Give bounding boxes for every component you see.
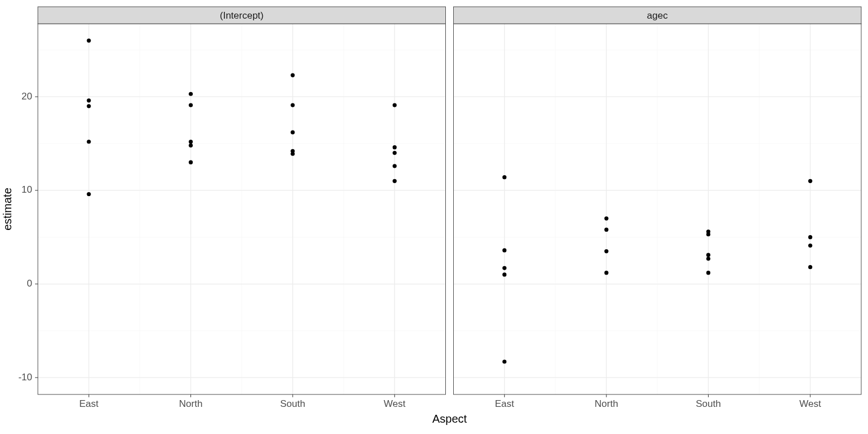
data-point (502, 359, 506, 363)
data-point (808, 265, 812, 269)
x-tick-label: South (280, 398, 305, 409)
x-tick-label: North (594, 398, 618, 409)
x-axis-title: Aspect (432, 413, 467, 425)
data-point (502, 272, 506, 276)
data-point (706, 232, 710, 236)
data-point (808, 244, 812, 248)
x-tick-label: West (800, 398, 822, 409)
data-point (604, 249, 608, 253)
data-point (290, 131, 294, 134)
data-point (604, 271, 608, 275)
data-point (808, 235, 812, 239)
data-point (393, 179, 397, 183)
data-point (290, 103, 294, 107)
data-point (189, 144, 193, 147)
facet-label: agec (647, 10, 668, 21)
facet-label: (Intercept) (220, 10, 263, 21)
data-point (189, 140, 193, 144)
y-tick-label: 0 (27, 278, 32, 289)
data-point (706, 253, 710, 257)
y-tick-label: 20 (21, 91, 32, 102)
data-point (393, 103, 397, 107)
data-point (604, 216, 608, 220)
x-tick-label: North (179, 398, 203, 409)
y-tick-label: -10 (18, 372, 32, 383)
x-tick-label: South (696, 398, 721, 409)
data-point (290, 152, 294, 156)
data-point (393, 145, 397, 149)
y-axis-title: estimate (1, 188, 14, 231)
faceted-scatter-chart: (Intercept)EastNorthSouthWestagecEastNor… (0, 0, 868, 434)
data-point (502, 175, 506, 179)
data-point (189, 92, 193, 96)
x-tick-label: East (79, 398, 98, 409)
y-tick-label: 10 (21, 184, 32, 195)
data-point (87, 140, 91, 144)
data-point (87, 38, 91, 42)
data-point (604, 228, 608, 232)
data-point (87, 98, 91, 102)
x-tick-label: West (384, 398, 406, 409)
data-point (502, 266, 506, 270)
data-point (393, 164, 397, 168)
data-point (189, 103, 193, 107)
data-point (290, 73, 294, 77)
data-point (502, 248, 506, 252)
data-point (87, 104, 91, 108)
data-point (706, 271, 710, 275)
data-point (808, 179, 812, 183)
data-point (706, 257, 710, 261)
data-point (189, 160, 193, 164)
data-point (393, 151, 397, 155)
x-tick-label: East (495, 398, 514, 409)
data-point (87, 192, 91, 196)
